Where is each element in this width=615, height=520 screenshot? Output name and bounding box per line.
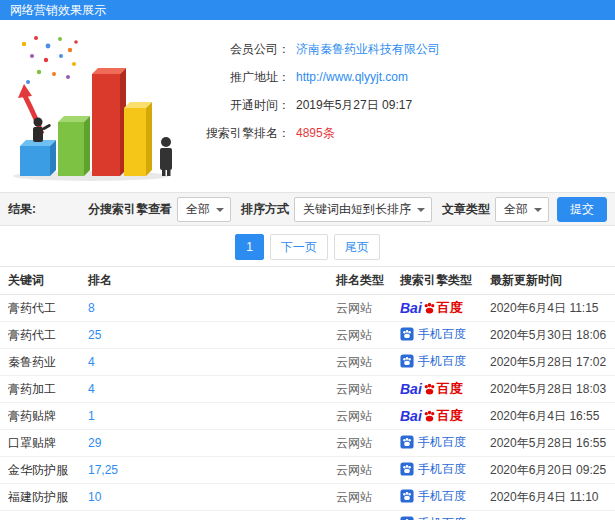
cell-time: 2020年5月28日 17:02 [482,349,615,376]
cell-time [482,511,615,520]
cell-rank-type: 云网站 [328,295,392,322]
cell-rank-link[interactable]: 4 [88,382,95,396]
summary-section: 会员公司： 济南秦鲁药业科技有限公司 推广地址： http://www.qlyy… [0,20,615,192]
cell-rank-link[interactable]: 25 [88,328,101,342]
baidu-mobile-logo: 手机百度 [400,515,466,520]
cell-engine: Bai百度 [392,295,482,322]
table-header-row: 关键词 排名 排名类型 搜索引擎类型 最新更新时间 [0,267,615,295]
cell-rank-type: 云网站 [328,430,392,457]
cell-rank-type: 云网站 [328,376,392,403]
engine-view-label: 分搜索引擎查看 [88,201,172,218]
promo-url-link[interactable]: http://www.qlyyjt.com [296,70,408,84]
cell-engine: 手机百度 [392,322,482,349]
mobile-baidu-label: 手机百度 [418,353,466,370]
result-label: 结果: [8,201,36,218]
table-row: 手机百度 [0,511,615,520]
baidu-paw-icon [423,410,436,423]
cell-engine: Bai百度 [392,376,482,403]
cell-keyword: 膏药代工 [0,322,80,349]
table-row: 秦鲁药业 4 云网站 手机百度 2020年5月28日 17:02 [0,349,615,376]
cell-rank-link[interactable]: 1 [88,409,95,423]
mobile-baidu-icon [400,327,414,341]
table-row: 膏药加工 4 云网站 Bai百度 2020年5月28日 18:03 [0,376,615,403]
info-row-rank-count: 搜索引擎排名： 4895条 [186,124,615,142]
sort-label: 排序方式 [241,201,289,218]
cell-keyword: 秦鲁药业 [0,349,80,376]
baidu-cn-text: 百度 [437,299,463,317]
cell-engine: 手机百度 [392,511,482,520]
cell-rank-type: 云网站 [328,349,392,376]
engine-view-select[interactable]: 全部 [177,197,231,222]
businessman-figure [33,118,51,143]
table-body: 膏药代工 8 云网站 Bai百度 2020年6月4日 11:15 膏药代工 25… [0,295,615,520]
cell-engine: Bai百度 [392,403,482,430]
cell-rank-link[interactable]: 4 [88,355,95,369]
cell-rank-link[interactable]: 17,25 [88,463,118,477]
cell-keyword: 膏药贴牌 [0,403,80,430]
mobile-baidu-label: 手机百度 [418,326,466,343]
cell-keyword: 膏药加工 [0,376,80,403]
cell-time: 2020年6月4日 11:10 [482,484,615,511]
baidu-mobile-logo: 手机百度 [400,353,466,370]
filter-bar: 结果: 分搜索引擎查看 全部 排序方式 关键词由短到长排序 文章类型 全部 提交 [0,192,615,226]
article-type-select[interactable]: 全部 [495,197,549,222]
cell-rank-link[interactable]: 29 [88,436,101,450]
baidu-latin-text: Bai [400,408,422,424]
member-company-link[interactable]: 济南秦鲁药业科技有限公司 [296,41,440,58]
rank-count-value: 4895条 [296,125,335,142]
page-button-current[interactable]: 1 [235,234,264,260]
cell-engine: 手机百度 [392,484,482,511]
cell-time: 2020年6月4日 11:15 [482,295,615,322]
info-row-open-time: 开通时间： 2019年5月27日 09:17 [186,96,615,114]
cell-time: 2020年6月4日 16:55 [482,403,615,430]
baidu-pc-logo: Bai百度 [400,407,463,425]
cell-time: 2020年5月30日 18:06 [482,322,615,349]
page-title: 网络营销效果展示 [10,3,106,17]
open-time-label: 开通时间： [186,97,290,114]
header-engine-type: 搜索引擎类型 [392,267,482,295]
header-updated-time: 最新更新时间 [482,267,615,295]
header-rank-type: 排名类型 [328,267,392,295]
table-row: 膏药代工 8 云网站 Bai百度 2020年6月4日 11:15 [0,295,615,322]
growth-arrow [18,84,42,134]
cell-rank-link[interactable]: 10 [88,490,101,504]
header-keyword: 关键词 [0,267,80,295]
cell-rank-type [328,511,392,520]
cell-rank-link[interactable]: 8 [88,301,95,315]
cell-engine: 手机百度 [392,430,482,457]
mobile-baidu-label: 手机百度 [418,515,466,520]
mobile-baidu-icon [400,462,414,476]
table-row: 金华防护服 17,25 云网站 手机百度 2020年6月20日 09:25 [0,457,615,484]
table-row: 膏药代工 25 云网站 手机百度 2020年5月30日 18:06 [0,322,615,349]
cell-keyword: 金华防护服 [0,457,80,484]
article-type-label: 文章类型 [442,201,490,218]
baidu-mobile-logo: 手机百度 [400,488,466,505]
last-page-button[interactable]: 尾页 [334,234,380,260]
next-page-button[interactable]: 下一页 [270,234,328,260]
baidu-mobile-logo: 手机百度 [400,434,466,451]
cell-engine: 手机百度 [392,349,482,376]
window-titlebar: 网络营销效果展示 [0,0,615,20]
baidu-pc-logo: Bai百度 [400,299,463,317]
marketing-chart-illustration [6,30,186,182]
table-row: 膏药贴牌 1 云网站 Bai百度 2020年6月4日 16:55 [0,403,615,430]
mobile-baidu-icon [400,516,414,520]
bar-chart-3d-graphic [6,30,186,182]
baidu-latin-text: Bai [400,300,422,316]
cell-keyword: 膏药代工 [0,295,80,322]
ranking-table: 关键词 排名 排名类型 搜索引擎类型 最新更新时间 膏药代工 8 云网站 Bai… [0,266,615,520]
cell-rank-type: 云网站 [328,322,392,349]
mobile-baidu-label: 手机百度 [418,434,466,451]
cell-time: 2020年5月28日 16:55 [482,430,615,457]
header-rank: 排名 [80,267,328,295]
thinking-person-figure [160,137,172,176]
submit-button[interactable]: 提交 [557,197,607,222]
baidu-mobile-logo: 手机百度 [400,461,466,478]
cell-time: 2020年6月20日 09:25 [482,457,615,484]
table-row: 口罩贴牌 29 云网站 手机百度 2020年5月28日 16:55 [0,430,615,457]
mobile-baidu-icon [400,435,414,449]
cell-keyword [0,511,80,520]
sort-select[interactable]: 关键词由短到长排序 [294,197,432,222]
cell-time: 2020年5月28日 18:03 [482,376,615,403]
cell-rank-type: 云网站 [328,484,392,511]
